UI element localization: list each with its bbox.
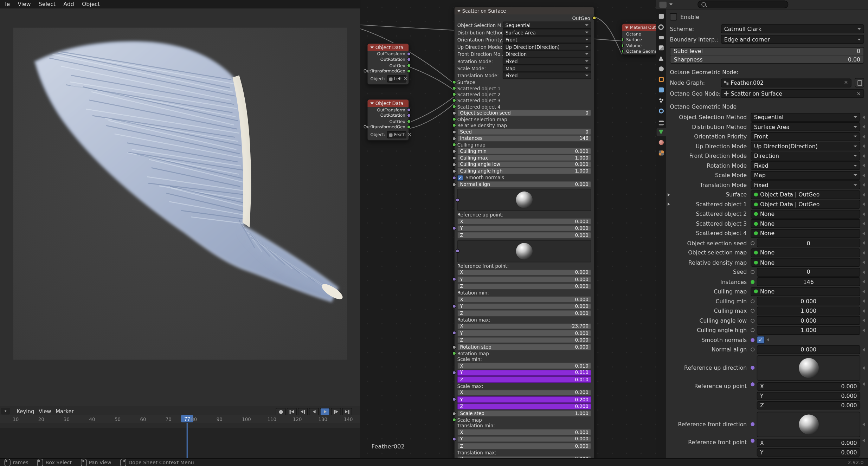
vector-component-y[interactable]: Y0.000 (457, 303, 591, 309)
decorator-dot[interactable] (751, 299, 754, 303)
prop-select-rotation-mode[interactable]: Fixed (751, 161, 860, 170)
unlink-icon[interactable]: × (857, 91, 861, 96)
prop-select-front-direction-mode[interactable]: Direction (751, 151, 860, 160)
input-socket[interactable] (452, 277, 456, 281)
frame-ruler[interactable]: 77 102030405060708090100110120130140 (0, 415, 360, 423)
input-socket[interactable] (452, 397, 456, 401)
input-socket[interactable] (452, 437, 456, 441)
checkbox-checked[interactable]: ✓ (457, 175, 463, 181)
next-keyframe-button[interactable] (331, 408, 341, 416)
enable-checkbox[interactable] (670, 13, 677, 20)
vector-component-x[interactable]: X0.000 (457, 296, 591, 302)
properties-tab-constraints[interactable] (656, 117, 666, 126)
input-socket[interactable] (452, 418, 456, 422)
collapse-icon[interactable] (457, 10, 461, 12)
input-socket[interactable] (452, 156, 456, 160)
prop-link-scattered-object-1[interactable]: Object Data | OutGeo (751, 200, 860, 209)
properties-tab-particles[interactable] (656, 96, 666, 105)
properties-tab-scene[interactable] (656, 54, 666, 63)
decorator-dot[interactable] (751, 328, 754, 332)
param-slider[interactable]: Object selection seed0 (457, 110, 591, 116)
node-graph-field[interactable]: Feather.002 × (721, 78, 851, 87)
param-select[interactable]: Map (503, 65, 591, 72)
decorator-dot[interactable] (751, 309, 754, 313)
param-slider[interactable]: Culling angle low0.000 (457, 161, 591, 168)
param-slider[interactable]: Normal align0.000 (457, 181, 591, 188)
input-socket[interactable] (452, 169, 456, 173)
prop-select-scale-mode[interactable]: Map (751, 171, 860, 180)
object-data-node-feather[interactable]: Object DataOutTransformOutRotationOutGeo… (367, 99, 409, 141)
input-socket[interactable] (452, 371, 456, 375)
output-socket[interactable] (407, 119, 411, 123)
input-socket[interactable] (622, 50, 624, 53)
properties-tab-object[interactable] (656, 75, 666, 84)
input-socket[interactable] (452, 117, 456, 121)
checkbox-checked[interactable]: ✓ (757, 336, 765, 344)
subd-level-slider[interactable]: Subd level0 (670, 47, 864, 56)
input-socket[interactable] (452, 136, 456, 140)
decorator-dot[interactable] (751, 422, 754, 426)
param-select[interactable]: Sequential (503, 21, 591, 28)
input-socket[interactable] (622, 44, 624, 47)
vector-component-y[interactable]: Y0.010 (457, 369, 591, 376)
properties-tab-object-data[interactable] (656, 128, 666, 136)
input-socket[interactable] (452, 86, 456, 90)
play-reverse-button[interactable] (309, 408, 319, 416)
decorator-dot[interactable] (751, 366, 754, 370)
direction-sphere-widget[interactable] (757, 412, 860, 437)
vector-component-z[interactable]: Z0.000 (457, 337, 591, 343)
properties-tab-view-layer[interactable] (656, 44, 666, 52)
vector-component-z[interactable]: Z0.000 (457, 443, 591, 449)
prop-link-scattered-object-3[interactable]: None (751, 219, 860, 228)
vector-component-x[interactable]: X0.010 (457, 362, 591, 369)
unlink-icon[interactable]: × (844, 80, 848, 85)
param-select[interactable]: Front (503, 36, 591, 43)
vector-component-x[interactable]: X0.000 (457, 218, 591, 224)
prop-select-translation-mode[interactable]: Fixed (751, 181, 860, 189)
param-select[interactable]: Fixed (503, 58, 591, 65)
menu-item-add[interactable]: Add (59, 1, 78, 7)
param-slider[interactable]: Culling min0.000 (457, 148, 591, 154)
vector-component-z[interactable]: Z0.000 (457, 283, 591, 289)
input-socket[interactable] (452, 331, 456, 335)
decorator-dot[interactable] (751, 319, 754, 323)
dope-menu-marker[interactable]: Marker (53, 408, 76, 414)
boundary-select[interactable]: Edge and corner (721, 35, 864, 44)
input-socket[interactable] (456, 249, 459, 253)
menu-item-select[interactable]: Select (35, 1, 60, 7)
unlink-icon[interactable]: × (407, 132, 412, 137)
input-socket[interactable] (452, 80, 456, 84)
menu-item-object[interactable]: Object (78, 1, 104, 7)
input-socket[interactable] (452, 182, 456, 186)
decorator-dot[interactable] (751, 270, 754, 274)
node-editor[interactable]: Scatter on Surface OutGeo Object Selecti… (360, 0, 656, 458)
input-socket[interactable] (452, 92, 456, 96)
direction-sphere-widget[interactable] (457, 189, 591, 211)
dope-sheet-editor[interactable]: ▾ KeyingViewMarker 77 102030405060708090… (0, 407, 360, 459)
prop-number-culling-angle-high[interactable]: 1.000 (757, 326, 860, 335)
object-data-header[interactable]: Object Data (368, 44, 409, 51)
vector-component-z[interactable]: Z0.010 (457, 376, 591, 383)
object-data-header[interactable]: Object Data (368, 99, 409, 106)
param-slider[interactable]: Rotation step0.000 (457, 344, 591, 350)
param-select[interactable]: Direction (503, 50, 591, 57)
properties-tab-world[interactable] (656, 65, 666, 73)
object-picker[interactable]: Feath× (387, 131, 406, 138)
input-socket[interactable] (622, 38, 624, 41)
playhead-line[interactable] (187, 423, 188, 459)
input-socket[interactable] (452, 149, 456, 153)
properties-tab-texture[interactable] (656, 149, 666, 157)
direction-sphere-widget[interactable] (757, 355, 860, 380)
input-socket[interactable] (456, 198, 459, 202)
input-socket[interactable] (452, 345, 456, 349)
prop-link-surface[interactable]: Object Data | OutGeo (751, 190, 860, 199)
input-socket[interactable] (452, 98, 456, 102)
vector-component-z[interactable]: Z0.000 (457, 232, 591, 238)
vector-component-y[interactable]: Y0.000 (757, 391, 860, 400)
prop-link-object-selection-map[interactable]: None (751, 248, 860, 257)
output-socket[interactable] (407, 52, 411, 56)
prop-number-culling-angle-low[interactable]: 0.000 (757, 316, 860, 325)
vector-component-y[interactable]: Y0.000 (457, 225, 591, 231)
decorator-dot[interactable] (751, 241, 754, 245)
expand-icon[interactable] (668, 193, 670, 196)
